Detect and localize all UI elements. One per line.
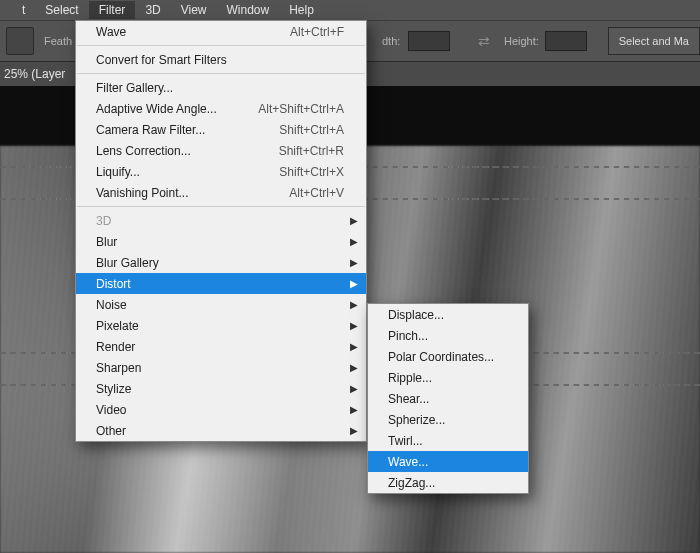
menu-item-label: Spherize... xyxy=(388,413,506,427)
chevron-right-icon: ▶ xyxy=(350,362,358,373)
document-title: 25% (Layer xyxy=(4,67,65,81)
menu-item-label: Liquify... xyxy=(96,165,267,179)
filter-dropdown: Wave Alt+Ctrl+F Convert for Smart Filter… xyxy=(75,20,367,442)
menu-edit-fragment[interactable]: t xyxy=(12,1,35,19)
chevron-right-icon: ▶ xyxy=(350,278,358,289)
menu-item-label: Video xyxy=(96,403,344,417)
chevron-right-icon: ▶ xyxy=(350,299,358,310)
distort-item[interactable]: Ripple... xyxy=(368,367,528,388)
distort-item[interactable]: Twirl... xyxy=(368,430,528,451)
feather-label-fragment: Feath xyxy=(44,35,72,47)
distort-item[interactable]: Spherize... xyxy=(368,409,528,430)
menu-item-label: Stylize xyxy=(96,382,344,396)
distort-item[interactable]: Pinch... xyxy=(368,325,528,346)
distort-submenu: Displace...Pinch...Polar Coordinates...R… xyxy=(367,303,529,494)
menu-help[interactable]: Help xyxy=(279,1,324,19)
width-input[interactable] xyxy=(408,31,450,51)
select-and-mask-button[interactable]: Select and Ma xyxy=(608,27,700,55)
chevron-right-icon: ▶ xyxy=(350,215,358,226)
filter-item[interactable]: Liquify...Shift+Ctrl+X xyxy=(76,161,366,182)
menu-item-label: Ripple... xyxy=(388,371,506,385)
filter-submenu-item: 3D▶ xyxy=(76,210,366,231)
menu-item-label: Vanishing Point... xyxy=(96,186,277,200)
menu-window[interactable]: Window xyxy=(217,1,280,19)
menu-item-label: Blur xyxy=(96,235,344,249)
chevron-right-icon: ▶ xyxy=(350,320,358,331)
menu-item-label: Camera Raw Filter... xyxy=(96,123,267,137)
chevron-right-icon: ▶ xyxy=(350,404,358,415)
menu-item-label: Sharpen xyxy=(96,361,344,375)
swap-icon[interactable]: ⇄ xyxy=(478,33,490,49)
menu-item-label: Noise xyxy=(96,298,344,312)
distort-item[interactable]: Displace... xyxy=(368,304,528,325)
chevron-right-icon: ▶ xyxy=(350,257,358,268)
distort-item[interactable]: ZigZag... xyxy=(368,472,528,493)
menu-item-label: 3D xyxy=(96,214,344,228)
menu-item-accel: Alt+Shift+Ctrl+A xyxy=(258,102,344,116)
width-label-fragment: dth: xyxy=(382,35,400,47)
menu-select[interactable]: Select xyxy=(35,1,88,19)
menu-item-label: Wave... xyxy=(388,455,506,469)
filter-last-wave[interactable]: Wave Alt+Ctrl+F xyxy=(76,21,366,42)
menu-item-label: Pixelate xyxy=(96,319,344,333)
menu-item-label: Wave xyxy=(96,25,278,39)
filter-item[interactable]: Filter Gallery... xyxy=(76,77,366,98)
filter-item[interactable]: Lens Correction...Shift+Ctrl+R xyxy=(76,140,366,161)
menu-item-accel: Shift+Ctrl+X xyxy=(279,165,344,179)
chevron-right-icon: ▶ xyxy=(350,425,358,436)
menu-3d[interactable]: 3D xyxy=(135,1,170,19)
filter-submenu-item[interactable]: Noise▶ xyxy=(76,294,366,315)
menu-item-label: Blur Gallery xyxy=(96,256,344,270)
filter-submenu-item[interactable]: Video▶ xyxy=(76,399,366,420)
filter-item[interactable]: Vanishing Point...Alt+Ctrl+V xyxy=(76,182,366,203)
menu-item-label: Displace... xyxy=(388,308,506,322)
menu-item-label: Distort xyxy=(96,277,344,291)
height-input[interactable] xyxy=(545,31,587,51)
chevron-right-icon: ▶ xyxy=(350,341,358,352)
menu-item-accel: Shift+Ctrl+R xyxy=(279,144,344,158)
menu-item-label: Pinch... xyxy=(388,329,506,343)
menu-item-label: Convert for Smart Filters xyxy=(96,53,344,67)
filter-item[interactable]: Adaptive Wide Angle...Alt+Shift+Ctrl+A xyxy=(76,98,366,119)
menu-item-label: Filter Gallery... xyxy=(96,81,344,95)
filter-item[interactable]: Camera Raw Filter...Shift+Ctrl+A xyxy=(76,119,366,140)
distort-item[interactable]: Polar Coordinates... xyxy=(368,346,528,367)
menu-separator xyxy=(77,45,365,46)
menu-item-label: Other xyxy=(96,424,344,438)
menu-item-accel: Alt+Ctrl+V xyxy=(289,186,344,200)
menu-item-label: ZigZag... xyxy=(388,476,506,490)
menu-separator xyxy=(77,73,365,74)
height-label: Height: xyxy=(504,35,539,47)
menu-item-label: Render xyxy=(96,340,344,354)
menu-view[interactable]: View xyxy=(171,1,217,19)
filter-submenu-item[interactable]: Stylize▶ xyxy=(76,378,366,399)
chevron-right-icon: ▶ xyxy=(350,236,358,247)
filter-submenu-item[interactable]: Other▶ xyxy=(76,420,366,441)
filter-submenu-item[interactable]: Render▶ xyxy=(76,336,366,357)
menu-filter[interactable]: Filter xyxy=(89,1,136,19)
distort-item[interactable]: Shear... xyxy=(368,388,528,409)
menu-item-label: Shear... xyxy=(388,392,506,406)
menu-item-label: Adaptive Wide Angle... xyxy=(96,102,246,116)
filter-convert-smart[interactable]: Convert for Smart Filters xyxy=(76,49,366,70)
menu-item-label: Polar Coordinates... xyxy=(388,350,506,364)
distort-item[interactable]: Wave... xyxy=(368,451,528,472)
chevron-right-icon: ▶ xyxy=(350,383,358,394)
menu-separator xyxy=(77,206,365,207)
filter-submenu-item[interactable]: Blur Gallery▶ xyxy=(76,252,366,273)
menu-item-accel: Shift+Ctrl+A xyxy=(279,123,344,137)
menu-item-label: Twirl... xyxy=(388,434,506,448)
menubar: t Select Filter 3D View Window Help xyxy=(0,0,700,20)
filter-submenu-item[interactable]: Sharpen▶ xyxy=(76,357,366,378)
filter-submenu-item[interactable]: Blur▶ xyxy=(76,231,366,252)
filter-submenu-item[interactable]: Pixelate▶ xyxy=(76,315,366,336)
menu-item-accel: Alt+Ctrl+F xyxy=(290,25,344,39)
filter-submenu-item[interactable]: Distort▶ xyxy=(76,273,366,294)
menu-item-label: Lens Correction... xyxy=(96,144,267,158)
tool-icon[interactable] xyxy=(6,27,34,55)
